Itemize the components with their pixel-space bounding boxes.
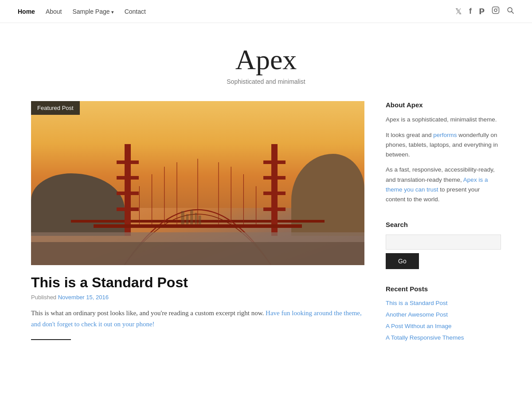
about-widget-title: About Apex xyxy=(386,101,501,109)
main-content: Featured Post xyxy=(31,101,364,357)
svg-rect-16 xyxy=(186,214,189,224)
excerpt-text: This is what an ordinary post looks like… xyxy=(31,309,362,328)
about-apex-link[interactable]: Apex is a theme you can trust xyxy=(386,176,488,193)
recent-post-link-2[interactable]: Another Awesome Post xyxy=(386,311,448,318)
sidebar: About Apex Apex is a sophisticated, mini… xyxy=(386,101,501,357)
svg-rect-17 xyxy=(190,210,193,224)
svg-rect-14 xyxy=(94,224,302,228)
facebook-icon[interactable]: f xyxy=(469,7,472,16)
site-title: Apex xyxy=(0,44,532,75)
list-item: This is a Standard Post xyxy=(386,299,501,307)
svg-line-4 xyxy=(512,11,514,13)
svg-rect-21 xyxy=(31,242,364,265)
nav-sample-page[interactable]: Sample Page xyxy=(73,8,114,15)
post-title[interactable]: This is a Standard Post xyxy=(31,274,364,291)
svg-point-2 xyxy=(497,8,498,9)
post-date[interactable]: November 15, 2016 xyxy=(58,294,109,301)
site-header: Apex Sophisticated and minimalist xyxy=(0,23,532,101)
site-tagline: Sophisticated and minimalist xyxy=(0,78,532,85)
pinterest-icon[interactable]: 𝗣 xyxy=(479,7,485,16)
list-item: Another Awesome Post xyxy=(386,310,501,318)
nav-contact[interactable]: Contact xyxy=(125,8,146,15)
published-label: Published xyxy=(31,294,56,301)
main-nav: Home About Sample Page Contact 𝕏 f 𝗣 xyxy=(0,0,532,23)
recent-posts-list: This is a Standard Post Another Awesome … xyxy=(386,299,501,341)
instagram-icon[interactable] xyxy=(492,6,500,16)
about-p2: It looks great and performs wonderfully … xyxy=(386,130,501,160)
about-performs-link[interactable]: performs xyxy=(433,132,457,138)
twitter-icon[interactable]: 𝕏 xyxy=(455,7,462,16)
search-widget-title: Search xyxy=(386,221,501,228)
featured-image-wrap: Featured Post xyxy=(31,101,364,265)
post-excerpt: This is what an ordinary post looks like… xyxy=(31,308,364,330)
about-p1: Apex is a sophisticated, minimalist them… xyxy=(386,115,501,125)
nav-home[interactable]: Home xyxy=(18,8,35,15)
nav-social-icons: 𝕏 f 𝗣 xyxy=(455,6,514,16)
recent-post-link-1[interactable]: This is a Standard Post xyxy=(386,300,448,306)
recent-posts-widget: Recent Posts This is a Standard Post Ano… xyxy=(386,285,501,341)
about-p3: As a fast, responsive, accessibility-rea… xyxy=(386,165,501,204)
search-icon[interactable] xyxy=(507,7,514,16)
excerpt-link[interactable]: Have fun looking around the theme, and d… xyxy=(31,309,362,328)
nav-links: Home About Sample Page Contact xyxy=(18,8,146,15)
search-button[interactable]: Go xyxy=(386,253,419,269)
svg-rect-18 xyxy=(195,213,197,224)
svg-rect-0 xyxy=(493,7,499,14)
search-input[interactable] xyxy=(386,235,501,250)
list-item: A Post Without an Image xyxy=(386,322,501,330)
svg-point-3 xyxy=(508,8,512,12)
recent-posts-title: Recent Posts xyxy=(386,285,501,293)
post-divider xyxy=(31,339,71,340)
recent-post-link-4[interactable]: A Totally Responsive Themes xyxy=(386,334,464,341)
recent-post-link-3[interactable]: A Post Without an Image xyxy=(386,323,452,329)
nav-about[interactable]: About xyxy=(46,8,62,15)
search-widget: Search Go xyxy=(386,221,501,269)
featured-badge: Featured Post xyxy=(31,101,80,115)
hero-image xyxy=(31,101,364,265)
svg-rect-19 xyxy=(199,215,201,224)
svg-point-1 xyxy=(494,9,497,12)
page-wrap: Featured Post xyxy=(13,101,519,357)
list-item: A Totally Responsive Themes xyxy=(386,333,501,341)
about-widget: About Apex Apex is a sophisticated, mini… xyxy=(386,101,501,204)
post-meta: Published November 15, 2016 xyxy=(31,294,364,301)
svg-rect-15 xyxy=(181,211,184,224)
